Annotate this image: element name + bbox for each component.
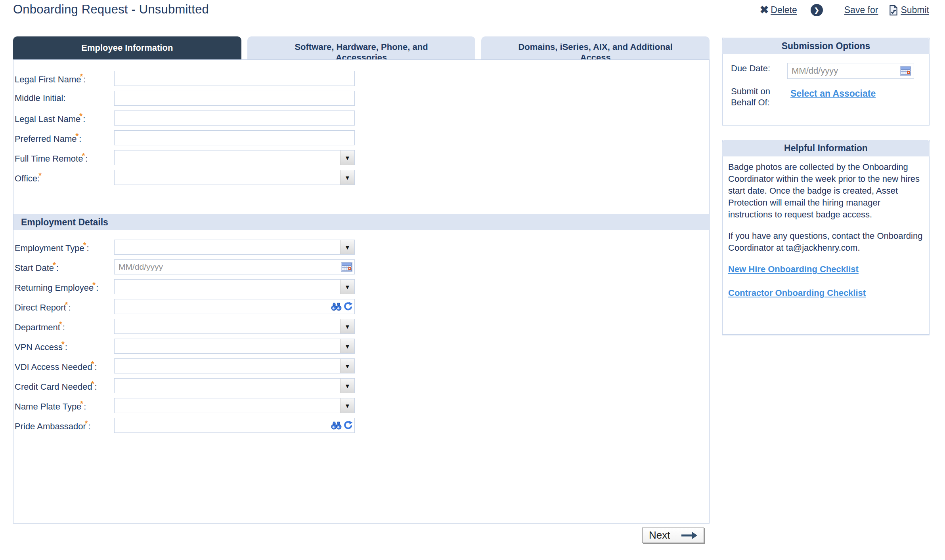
form-row-name-plate-type: Name Plate Type*:▼ <box>15 398 709 413</box>
field-label: Credit Card Needed*: <box>15 379 114 392</box>
legal-last-name-input[interactable] <box>114 110 355 126</box>
submit-label: Submit <box>901 5 929 15</box>
tab-label: Employee Information <box>81 42 173 53</box>
delete-label: Delete <box>771 5 797 15</box>
form-row-legal-first-name: Legal First Name*: <box>15 71 709 86</box>
required-asterisk: * <box>83 241 86 250</box>
refresh-icon[interactable] <box>343 302 353 311</box>
tab-domains-iseries-aix-additional-access[interactable]: Domains, iSeries, AIX, and Additional Ac… <box>481 36 710 59</box>
field-label: Preferred Name*: <box>15 131 114 144</box>
full-time-remote-select[interactable] <box>114 150 355 165</box>
calendar-icon[interactable] <box>341 262 352 272</box>
start-date-input[interactable] <box>114 259 355 274</box>
dropdown-arrow-icon[interactable]: ▼ <box>340 359 354 373</box>
field-label: VPN Access*: <box>15 340 114 352</box>
submission-options-title: Submission Options <box>722 38 930 54</box>
helpful-information-box: Helpful Information Badge photos are col… <box>722 140 930 335</box>
vpn-access-select[interactable] <box>114 339 355 354</box>
field-label: Office:* <box>15 171 114 184</box>
dropdown-arrow-icon[interactable]: ▼ <box>340 170 354 185</box>
form-row-legal-last-name: Legal Last Name*: <box>15 110 709 126</box>
form-row-returning-employee: Returning Employee*:▼ <box>15 279 709 294</box>
form-row-department: Department*:▼ <box>15 319 709 334</box>
returning-employee-select[interactable] <box>114 279 355 294</box>
employment-details-section: Employment Type*:▼Start Date*: Returning… <box>15 240 709 433</box>
required-asterisk: * <box>82 151 85 160</box>
form-row-preferred-name: Preferred Name*: <box>15 130 709 145</box>
calendar-icon[interactable] <box>900 66 911 76</box>
credit-card-needed-select[interactable] <box>114 378 355 393</box>
new-hire-onboarding-checklist-link[interactable]: New Hire Onboarding Checklist <box>728 263 924 275</box>
dropdown-arrow-icon[interactable]: ▼ <box>340 339 354 353</box>
field-label: Name Plate Type*: <box>15 399 114 412</box>
field-label: Full Time Remote*: <box>15 151 114 164</box>
forward-button[interactable]: ❯ <box>811 4 823 16</box>
helpful-information-title: Helpful Information <box>722 140 930 156</box>
form-row-start-date: Start Date*: <box>15 259 709 274</box>
next-button[interactable]: Next <box>642 528 704 543</box>
form-row-office: Office:*▼ <box>15 170 709 185</box>
delete-button[interactable]: ✖ Delete <box>760 5 797 15</box>
dropdown-arrow-icon[interactable]: ▼ <box>340 319 354 333</box>
direct-report-input[interactable] <box>114 299 355 314</box>
dropdown-arrow-icon[interactable]: ▼ <box>340 280 354 294</box>
helpful-information-body: Badge photos are collected by the Onboar… <box>723 156 929 299</box>
page-header: Onboarding Request - Unsubmitted <box>13 2 209 17</box>
required-asterisk: * <box>80 72 83 81</box>
pride-ambassador-input[interactable] <box>114 418 355 433</box>
tab-employee-information[interactable]: Employee Information <box>13 36 241 59</box>
form-row-pride-ambassador: Pride Ambassador*: <box>15 418 709 433</box>
name-plate-type-select[interactable] <box>114 398 355 413</box>
field-label: Returning Employee*: <box>15 280 114 293</box>
required-asterisk: * <box>38 171 42 180</box>
dropdown-arrow-icon[interactable]: ▼ <box>340 379 354 393</box>
next-label: Next <box>649 529 670 541</box>
employment-type-select[interactable] <box>114 240 355 255</box>
legal-first-name-input[interactable] <box>114 71 355 86</box>
employment-details-header: Employment Details <box>13 214 710 230</box>
toolbar: ✖ Delete ❯ Save for Submit <box>760 4 929 16</box>
contractor-onboarding-checklist-link[interactable]: Contractor Onboarding Checklist <box>728 287 924 299</box>
select-an-associate-link[interactable]: Select an Associate <box>790 88 876 99</box>
dropdown-arrow-icon[interactable]: ▼ <box>340 398 354 413</box>
required-asterisk: * <box>85 419 88 428</box>
form-row-direct-report: Direct Report*: <box>15 299 709 314</box>
submit-button[interactable]: Submit <box>888 5 929 16</box>
arrow-right-icon <box>680 531 698 540</box>
required-asterisk: * <box>80 399 83 408</box>
required-asterisk: * <box>53 261 56 269</box>
form-row-vdi-access-needed: VDI Access Needed*:▼ <box>15 358 709 373</box>
middle-initial-input[interactable] <box>114 91 355 106</box>
form-row-full-time-remote: Full Time Remote*:▼ <box>15 150 709 165</box>
due-date-input[interactable] <box>787 63 914 79</box>
required-asterisk: * <box>79 112 82 120</box>
helpful-paragraph: If you have any questions, contact the O… <box>728 230 924 254</box>
field-label: Start Date*: <box>15 261 114 273</box>
employee-information-section: Legal First Name*:Middle Initial:Legal L… <box>15 71 709 185</box>
due-date-label: Due Date: <box>731 63 779 74</box>
office-select[interactable] <box>114 170 355 185</box>
dropdown-arrow-icon[interactable]: ▼ <box>340 150 354 165</box>
required-asterisk: * <box>91 379 94 388</box>
required-asterisk: * <box>76 131 79 140</box>
tab-label: Software, Hardware, Phone, and Accessori… <box>278 42 445 59</box>
chevron-right-icon: ❯ <box>814 6 819 14</box>
refresh-icon[interactable] <box>343 421 353 430</box>
dropdown-arrow-icon[interactable]: ▼ <box>340 240 354 254</box>
form-row-credit-card-needed: Credit Card Needed*:▼ <box>15 378 709 393</box>
submit-on-behalf-label: Submit on Behalf Of: <box>731 86 779 108</box>
helpful-paragraph: Badge photos are collected by the Onboar… <box>728 161 924 221</box>
required-asterisk: * <box>61 340 65 349</box>
employee-information-panel: Legal First Name*:Middle Initial:Legal L… <box>13 59 710 524</box>
department-select[interactable] <box>114 319 355 334</box>
save-for-button[interactable]: Save for <box>844 5 878 15</box>
tab-software-hardware-phone-accessories[interactable]: Software, Hardware, Phone, and Accessori… <box>247 36 476 59</box>
vdi-access-needed-select[interactable] <box>114 358 355 373</box>
binoculars-lookup-icon[interactable] <box>331 302 342 311</box>
preferred-name-input[interactable] <box>114 130 355 145</box>
binoculars-lookup-icon[interactable] <box>331 421 342 430</box>
tab-label: Domains, iSeries, AIX, and Additional Ac… <box>512 42 679 59</box>
field-label: Department*: <box>15 320 114 333</box>
required-asterisk: * <box>91 360 94 368</box>
save-for-label: Save for <box>844 5 878 15</box>
